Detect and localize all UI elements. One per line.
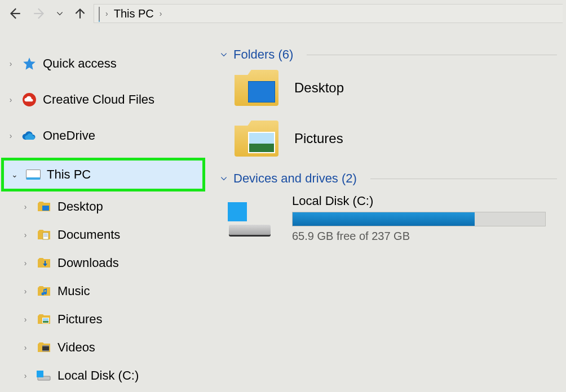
sidebar-item-label: Downloads — [58, 256, 119, 270]
sidebar-item-onedrive[interactable]: › OneDrive — [0, 122, 207, 150]
sidebar-item-label: Local Disk (C:) — [58, 368, 139, 383]
sidebar-item-label: This PC — [47, 167, 91, 182]
chevron-right-icon[interactable]: › — [6, 59, 16, 68]
drive-icon — [225, 199, 276, 238]
chevron-down-icon — [220, 51, 228, 59]
group-title: Folders (6) — [233, 47, 293, 62]
sidebar-item-this-pc[interactable]: ⌄ This PC — [4, 161, 202, 189]
chevron-right-icon[interactable]: › — [20, 343, 30, 352]
chevron-right-icon[interactable]: › — [20, 230, 30, 239]
drive-capacity-bar — [292, 212, 546, 226]
sidebar-item-creative-cloud[interactable]: › Creative Cloud Files — [0, 86, 207, 114]
sidebar-item-documents[interactable]: › Documents — [0, 221, 207, 249]
folder-icon — [235, 70, 278, 106]
divider — [370, 179, 557, 179]
svg-rect-10 — [42, 345, 49, 346]
group-header-drives[interactable]: Devices and drives (2) — [220, 171, 557, 186]
folder-icon — [36, 340, 52, 355]
chevron-right-icon: › — [103, 9, 110, 18]
svg-rect-11 — [42, 350, 49, 351]
forward-button[interactable] — [28, 2, 51, 25]
drive-info: Local Disk (C:) 65.9 GB free of 237 GB — [292, 194, 546, 243]
svg-rect-8 — [43, 321, 48, 323]
navigation-tree: › Quick access › Creative Cloud Files › … — [0, 27, 207, 392]
chevron-right-icon[interactable]: › — [6, 131, 16, 140]
breadcrumb-segment[interactable]: This PC — [114, 7, 154, 20]
chevron-right-icon[interactable]: › — [20, 315, 30, 324]
sidebar-item-pictures[interactable]: › Pictures — [0, 305, 207, 333]
onedrive-icon — [21, 128, 37, 144]
drive-item-local-disk-c[interactable]: Local Disk (C:) 65.9 GB free of 237 GB — [225, 194, 557, 243]
sidebar-item-label: Music — [58, 284, 90, 299]
folder-icon — [36, 199, 52, 215]
folder-item-desktop[interactable]: Desktop — [235, 70, 557, 106]
sidebar-item-desktop[interactable]: › Desktop — [0, 193, 207, 221]
address-bar[interactable]: › This PC › — [94, 4, 563, 23]
sidebar-item-label: Quick access — [43, 56, 117, 71]
folder-label: Desktop — [294, 80, 344, 96]
sidebar-item-downloads[interactable]: › Downloads — [0, 249, 207, 277]
svg-rect-5 — [44, 236, 48, 237]
chevron-right-icon[interactable]: › — [20, 259, 30, 268]
chevron-right-icon[interactable]: › — [20, 202, 30, 211]
sidebar-item-label: Videos — [58, 340, 95, 355]
recent-locations-dropdown[interactable] — [53, 2, 67, 25]
sidebar-item-label: Documents — [58, 228, 120, 242]
sidebar-item-local-disk[interactable]: › Local Disk (C:) — [0, 362, 207, 390]
chevron-right-icon[interactable]: › — [20, 287, 30, 296]
chevron-down-icon — [220, 175, 228, 182]
folder-icon — [36, 283, 52, 299]
chevron-down-icon[interactable]: ⌄ — [10, 170, 20, 179]
navigation-toolbar: › This PC › — [0, 0, 566, 27]
sidebar-item-label: Creative Cloud Files — [43, 92, 154, 107]
this-pc-icon — [25, 167, 41, 182]
folder-item-pictures[interactable]: Pictures — [235, 121, 557, 157]
star-icon — [21, 56, 37, 72]
chevron-right-icon: › — [157, 9, 165, 18]
divider — [307, 55, 557, 55]
content-pane: Folders (6) Desktop Pictures Devices and… — [207, 27, 566, 392]
sidebar-item-label: OneDrive — [43, 128, 95, 143]
this-pc-icon — [99, 7, 100, 20]
svg-rect-13 — [37, 371, 43, 377]
creative-cloud-icon — [21, 92, 37, 108]
drive-label: Local Disk (C:) — [292, 194, 546, 208]
up-button[interactable] — [69, 2, 91, 25]
sidebar-item-music[interactable]: › Music — [0, 277, 207, 305]
chevron-right-icon[interactable]: › — [20, 371, 30, 380]
folder-icon — [36, 227, 52, 243]
drive-free-space: 65.9 GB free of 237 GB — [292, 230, 546, 243]
group-title: Devices and drives (2) — [233, 171, 357, 186]
svg-rect-3 — [44, 234, 48, 234]
chevron-right-icon[interactable]: › — [6, 95, 16, 104]
drive-capacity-fill — [293, 212, 475, 226]
sidebar-item-label: Pictures — [58, 312, 102, 327]
sidebar-item-videos[interactable]: › Videos — [0, 333, 207, 362]
tutorial-highlight: ⌄ This PC — [1, 158, 205, 191]
drive-icon — [36, 368, 52, 384]
svg-rect-4 — [44, 235, 48, 235]
folder-label: Pictures — [294, 131, 343, 146]
svg-rect-7 — [43, 318, 48, 321]
sidebar-item-label: Desktop — [58, 199, 103, 214]
back-button[interactable] — [3, 2, 26, 25]
sidebar-item-quick-access[interactable]: › Quick access — [0, 50, 207, 78]
folder-icon — [36, 311, 52, 327]
group-header-folders[interactable]: Folders (6) — [220, 47, 557, 62]
svg-rect-1 — [42, 206, 49, 211]
folder-icon — [36, 255, 52, 271]
folder-icon — [235, 121, 278, 157]
